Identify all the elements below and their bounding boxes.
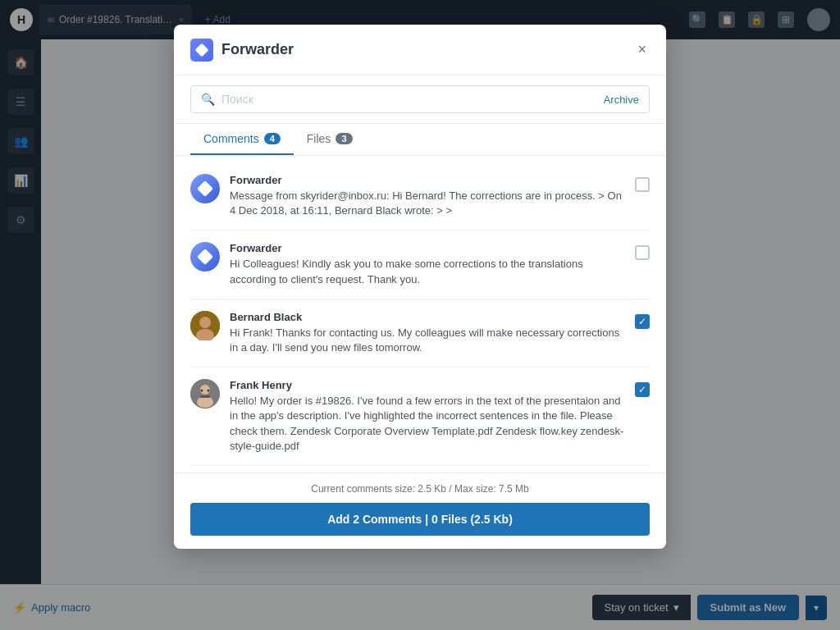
comment-body-3: Bernard Black Hi Frank! Thanks for conta… (230, 311, 625, 355)
forwarder-modal: Forwarder × 🔍 Archive Comments 4 Files 3 (174, 25, 666, 549)
bernard-avatar (190, 311, 220, 340)
search-row: 🔍 Archive (190, 85, 650, 113)
tab-comments[interactable]: Comments 4 (190, 124, 294, 155)
comment-item: Forwarder Message from skyrider@inbox.ru… (190, 162, 650, 231)
comment-author-4: Frank Henry (230, 379, 625, 391)
forwarder-avatar-2 (190, 242, 220, 272)
tab-comments-label: Comments (203, 132, 259, 145)
comment-item: Bernard Black Hi Frank! Thanks for conta… (190, 299, 650, 368)
modal-close-button[interactable]: × (634, 38, 650, 62)
forwarder-logo (190, 39, 213, 62)
search-input[interactable] (221, 93, 597, 106)
comment-text-3: Hi Frank! Thanks for contacting us. My c… (230, 326, 625, 355)
comment-checkbox-3[interactable]: ✓ (635, 314, 650, 329)
size-info: Current comments size: 2.5 Kb / Max size… (190, 483, 650, 495)
svg-point-7 (201, 390, 203, 392)
comments-badge: 4 (264, 133, 281, 144)
comment-body-2: Forwarder Hi Colleagues! Kindly ask you … (230, 242, 625, 286)
add-comments-button[interactable]: Add 2 Comments | 0 Files (2.5 Kb) (190, 503, 650, 536)
comment-item: Frank Henry Hello! My order is #19826. I… (190, 368, 650, 466)
comment-author-1: Forwarder (230, 174, 625, 186)
modal-footer: Current comments size: 2.5 Kb / Max size… (174, 472, 666, 549)
modal-header: Forwarder × (174, 25, 666, 75)
comment-body-4: Frank Henry Hello! My order is #19826. I… (230, 379, 625, 454)
svg-point-5 (197, 396, 213, 408)
comment-text-4: Hello! My order is #19826. I've found a … (230, 394, 625, 454)
archive-link[interactable]: Archive (604, 94, 639, 106)
comment-checkbox-2[interactable] (635, 245, 650, 260)
comment-body-1: Forwarder Message from skyrider@inbox.ru… (230, 174, 625, 218)
svg-rect-6 (200, 395, 210, 398)
svg-point-1 (199, 317, 211, 328)
comment-text-1: Message from skyrider@inbox.ru: Hi Berna… (230, 189, 625, 218)
svg-point-8 (208, 390, 210, 392)
comment-author-3: Bernard Black (230, 311, 625, 323)
comments-list: Forwarder Message from skyrider@inbox.ru… (174, 156, 666, 472)
comment-checkbox-1[interactable] (635, 177, 650, 192)
comment-text-2: Hi Colleagues! Kindly ask you to make so… (230, 257, 625, 286)
search-icon: 🔍 (201, 93, 215, 106)
frank-avatar (190, 379, 220, 409)
files-badge: 3 (336, 133, 352, 144)
modal-title: Forwarder (221, 41, 626, 58)
forwarder-avatar-1 (190, 174, 220, 203)
comment-author-2: Forwarder (230, 242, 625, 254)
modal-overlay: Forwarder × 🔍 Archive Comments 4 Files 3 (0, 0, 840, 630)
comment-checkbox-4[interactable]: ✓ (635, 382, 650, 397)
comment-item: Forwarder Hi Colleagues! Kindly ask you … (190, 231, 650, 299)
tab-files-label: Files (307, 132, 331, 145)
search-area: 🔍 Archive (174, 75, 666, 124)
tab-files[interactable]: Files 3 (294, 124, 366, 155)
modal-tabs: Comments 4 Files 3 (174, 124, 666, 156)
